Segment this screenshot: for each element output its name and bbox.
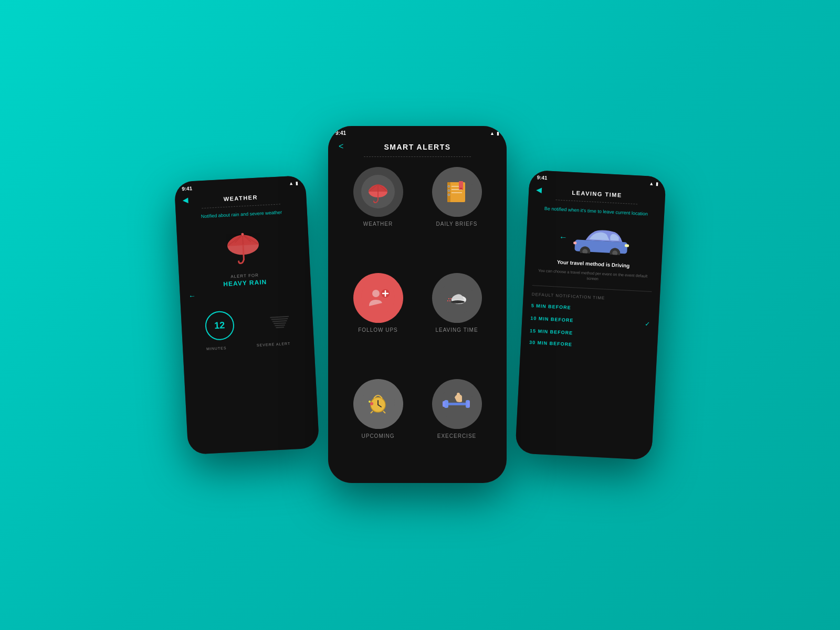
- leaving-time-screen: 9:41 ▲ ▮ ◀ LEAVING TIME Be notified when…: [515, 170, 666, 460]
- wave-6: [276, 327, 285, 328]
- phone-weather: 9:41 ▲ ▮ ◀ WEATHER Notified about rain a…: [174, 175, 320, 455]
- checkmark-icon: ✓: [645, 320, 650, 328]
- svg-point-21: [448, 190, 450, 192]
- alert-circle-followups: [353, 273, 403, 323]
- status-time-left: 9:41: [182, 185, 193, 192]
- battery-icon-left: ▮: [296, 180, 299, 185]
- svg-rect-43: [445, 403, 469, 405]
- time-option-15min-label: 15 MIN BEFORE: [530, 328, 573, 335]
- svg-line-3: [243, 235, 243, 245]
- severe-alert-area: [270, 316, 290, 329]
- smart-alerts-title: SMART ALERTS: [384, 143, 450, 151]
- alert-item-exercise[interactable]: EXECERCISE: [423, 379, 491, 475]
- status-icons-right: ▲ ▮: [649, 181, 658, 186]
- leaving-time-title: LEAVING TIME: [572, 190, 622, 198]
- svg-point-48: [457, 393, 460, 396]
- alert-circle-exercise: [432, 379, 482, 429]
- status-time-right: 9:41: [537, 174, 548, 181]
- svg-point-25: [372, 290, 380, 297]
- minutes-value: 12: [214, 320, 225, 330]
- daily-briefs-label: DAILY BRIEFS: [436, 221, 478, 227]
- time-option-30min-label: 30 MIN BEFORE: [529, 339, 572, 346]
- svg-point-22: [448, 194, 450, 196]
- smart-alerts-screen: 9:41 ▲ ▮ < SMART ALERTS: [328, 126, 507, 483]
- leaving-time-icon: [440, 281, 474, 315]
- wave-lines: [270, 316, 290, 329]
- phones-container: 9:41 ▲ ▮ ◀ WEATHER Notified about rain a…: [181, 136, 659, 494]
- alert-item-upcoming[interactable]: UPCOMING: [344, 379, 412, 475]
- svg-point-31: [451, 300, 465, 303]
- wave-3: [272, 320, 287, 322]
- svg-rect-16: [447, 182, 450, 202]
- wave-5: [275, 324, 285, 326]
- phone-smart-alerts: 9:41 ▲ ▮ < SMART ALERTS: [328, 126, 507, 483]
- weather-title: WEATHER: [223, 194, 258, 202]
- follow-ups-label: FOLLOW UPS: [358, 327, 398, 333]
- status-time-center: 9:41: [335, 130, 346, 136]
- alerts-grid: WEATHER: [328, 159, 507, 483]
- wave-4: [274, 322, 286, 324]
- svg-line-6: [243, 245, 244, 259]
- alert-item-follow-ups[interactable]: FOLLOW UPS: [344, 273, 412, 369]
- leaving-time-label: LEAVING TIME: [435, 327, 478, 333]
- status-bar-center: 9:41 ▲ ▮: [328, 126, 507, 138]
- car-icon: [572, 224, 631, 256]
- time-option-5min-label: 5 MIN BEFORE: [531, 303, 571, 310]
- wave-2: [271, 318, 288, 320]
- alert-item-weather[interactable]: WEATHER: [344, 167, 412, 262]
- wifi-icon-right: ▲: [649, 181, 654, 186]
- back-button-center[interactable]: <: [339, 142, 343, 151]
- weather-bottom: 12: [181, 298, 314, 347]
- alert-item-leaving-time[interactable]: LEAVING TIME: [423, 273, 491, 369]
- car-area: ←: [526, 216, 664, 262]
- severe-alert-label: SEVERE ALERT: [257, 341, 291, 348]
- weather-alert-icon: [361, 175, 395, 209]
- minutes-label: MINUTES: [206, 346, 227, 351]
- svg-rect-55: [573, 242, 576, 244]
- title-divider-center: [364, 156, 471, 157]
- wifi-icon-center: ▲: [490, 131, 495, 136]
- alert-circle-daily: [432, 167, 482, 217]
- weather-icon-area: [176, 217, 310, 275]
- daily-briefs-icon: [440, 175, 474, 209]
- svg-rect-45: [443, 401, 445, 407]
- arrow-left-icon[interactable]: ←: [188, 291, 196, 300]
- minutes-circle: 12: [204, 310, 235, 341]
- battery-icon-right: ▮: [656, 181, 659, 186]
- alert-circle-leaving: [432, 273, 482, 323]
- follow-ups-icon: [361, 281, 395, 315]
- svg-point-41: [369, 401, 371, 403]
- battery-icon-center: ▮: [497, 131, 499, 136]
- time-option-10min-label: 10 MIN BEFORE: [530, 316, 573, 323]
- back-button-left[interactable]: ◀: [182, 196, 188, 205]
- wifi-icon-left: ▲: [289, 181, 293, 186]
- exercise-label: EXECERCISE: [437, 433, 476, 439]
- svg-rect-47: [467, 401, 470, 407]
- status-icons-left: ▲ ▮: [289, 180, 298, 186]
- exercise-icon: [440, 387, 474, 421]
- back-button-right[interactable]: ◀: [536, 185, 542, 194]
- svg-point-40: [370, 402, 373, 405]
- weather-screen: 9:41 ▲ ▮ ◀ WEATHER Notified about rain a…: [174, 175, 320, 455]
- alerts-header: < SMART ALERTS: [328, 138, 507, 155]
- umbrella-icon: [221, 224, 265, 268]
- alert-circle-upcoming: [353, 379, 403, 429]
- alert-circle-weather: [353, 167, 403, 217]
- svg-point-24: [361, 281, 395, 314]
- svg-rect-54: [625, 244, 629, 247]
- svg-point-20: [448, 185, 450, 187]
- weather-label: WEATHER: [363, 221, 393, 227]
- upcoming-label: UPCOMING: [362, 433, 395, 439]
- phone-leaving-time: 9:41 ▲ ▮ ◀ LEAVING TIME Be notified when…: [515, 170, 666, 460]
- alert-item-daily-briefs[interactable]: DAILY BRIEFS: [423, 167, 491, 262]
- upcoming-icon: [361, 387, 395, 421]
- status-icons-center: ▲ ▮: [490, 131, 499, 136]
- car-back-arrow[interactable]: ←: [559, 233, 568, 243]
